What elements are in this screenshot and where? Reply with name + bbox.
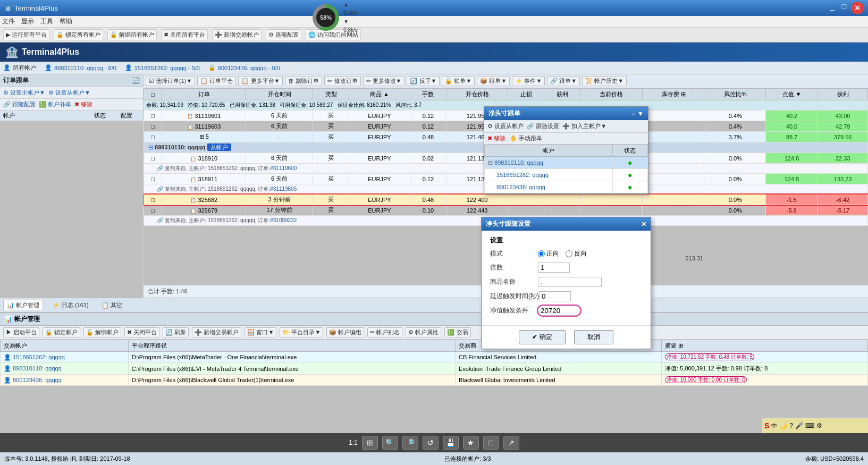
account-row-898310110[interactable]: 👤 898310110: qqqqq C:\Program Files (x86… <box>1 363 868 375</box>
reverse-btn[interactable]: 🔄 反手▼ <box>407 76 440 86</box>
bookmark-btn[interactable]: ★ <box>463 436 479 450</box>
col-summary: 摘要 ⊞ <box>662 340 868 352</box>
np-account-row-1[interactable]: ⊟ 898310110: qqqqq ● <box>485 157 648 169</box>
lock-order-btn[interactable]: 🔒 锁单▼ <box>442 76 475 86</box>
net-panel-minimize-btn[interactable]: – <box>631 110 635 117</box>
tab-other[interactable]: 📋 其它 <box>98 300 125 310</box>
save-btn[interactable]: 💾 <box>443 436 459 450</box>
window-btn[interactable]: 🪟 窗口▼ <box>245 327 276 337</box>
event-btn[interactable]: ⚡ 事件▼ <box>512 76 545 86</box>
maximize-button[interactable]: □ <box>839 2 849 11</box>
col-open-price[interactable]: 开仓价格 <box>446 89 508 100</box>
net-panel-expand-btn[interactable]: ▼ <box>637 110 644 117</box>
tab-account-manager[interactable]: 📊 帐户管理 <box>3 300 43 310</box>
trigger-input[interactable] <box>538 306 580 316</box>
group-order-btn[interactable]: 📦 组单▼ <box>477 76 510 86</box>
col-symbol[interactable]: 商品 ▲ <box>349 89 410 100</box>
tab-account-2[interactable]: 👤 1518651262: qqqqq - 5/0 <box>125 64 200 71</box>
follow-config-btn[interactable]: 🔗 跟随配置 <box>3 100 36 108</box>
remove-panel-btn[interactable]: ✖ 移除 <box>487 134 505 142</box>
order-row-325682[interactable]: □ 📋 325682 3 分钟前 买 EURJPY 0.48 122.400 0… <box>144 195 868 205</box>
col-order[interactable]: 订单 <box>162 89 246 100</box>
col-open-time[interactable]: 开仓时间 <box>246 89 313 100</box>
fit-screen-btn[interactable]: ⊞ <box>362 436 378 450</box>
mode-positive-radio[interactable]: 正向 <box>538 249 559 258</box>
status-bar: 版本号: 3.0.1148, 授权给 IR, 到期日: 2017-09-18 已… <box>0 452 868 465</box>
platform-dir-btn[interactable]: 📁 平台目录▼ <box>280 327 323 337</box>
menu-help[interactable]: 帮助 <box>60 17 72 26</box>
menu-file[interactable]: 文件 <box>2 17 15 26</box>
col-type[interactable]: 类型 <box>313 89 349 100</box>
add-account-btn[interactable]: ➕ 新增交易帐户 <box>192 327 241 337</box>
share-btn[interactable]: ↗ <box>503 436 519 450</box>
refresh-view-btn[interactable]: ↺ <box>423 436 439 450</box>
modify-order-btn[interactable]: ✏ 修改订单 <box>324 76 360 86</box>
account-prop-btn[interactable]: ⚙ 帐户属性 <box>406 327 441 337</box>
settings-close-btn[interactable]: ✕ <box>641 221 646 228</box>
multiplier-input[interactable] <box>538 263 570 273</box>
menu-view[interactable]: 显示 <box>21 17 34 26</box>
account-row-1518651262[interactable]: 👤 1518651262: qqqqq D:\Program Files (x8… <box>1 352 868 363</box>
account-group-btn[interactable]: 📦 帐户编组 <box>326 327 364 337</box>
version-info: 版本号: 3.0.1148, 授权给 IR, 到期日: 2017-09-18 <box>4 455 130 463</box>
unbind-account-btn[interactable]: 🔓 解绑帐户 <box>83 327 121 337</box>
unbind-all-accounts-btn[interactable]: 🔓 解绑所有帐户 <box>107 29 157 40</box>
remove-btn[interactable]: ✖ 移除 <box>74 100 92 108</box>
account-alias-btn[interactable]: ✏ 帐户别名 <box>367 327 402 337</box>
col-tp[interactable]: 获利 <box>544 89 580 100</box>
tab-account-3[interactable]: 🔒 800123436: qqqqq - 0/0 <box>208 64 280 71</box>
order-row-325679[interactable]: □ 📋 325679 17 分钟前 买 EURJPY 0.10 122.443 … <box>144 205 868 216</box>
close-platform-btn[interactable]: ✖ 关闭平台 <box>124 327 159 337</box>
follow-order-btn[interactable]: 🔗 跟单▼ <box>547 76 580 86</box>
np-account-row-2[interactable]: 1518651262: qqqqq ● <box>485 169 648 181</box>
select-order-btn[interactable]: ☑ 选择订单(1)▼ <box>146 76 195 86</box>
np-account-row-3[interactable]: 800123436: qqqqq ● <box>485 181 648 193</box>
settings-panel-header[interactable]: 净头寸跟随设置 ✕ <box>482 217 651 231</box>
col-profit[interactable]: 获利 <box>818 89 868 100</box>
lock-all-accounts-btn[interactable]: 🔒 锁定所有帐户 <box>54 29 103 40</box>
set-main-account-btn[interactable]: ⚙ 设置主帐户▼ <box>3 89 45 97</box>
close-all-platforms-btn[interactable]: ✖ 关闭所有平台 <box>161 29 208 40</box>
follow-settings-btn[interactable]: 🔗 跟随设置 <box>527 122 559 130</box>
confirm-button[interactable]: ✔ 确定 <box>519 330 565 344</box>
cancel-button[interactable]: 取消 <box>574 330 613 344</box>
account-row-800123436[interactable]: 👤 800123436: qqqqq D:\Program Files (x86… <box>1 375 868 386</box>
set-from-account-panel-btn[interactable]: ⚙ 设置从帐户 <box>487 122 524 130</box>
col-current-price[interactable]: 当前价格 <box>580 89 642 100</box>
minimize-button[interactable]: _ <box>828 2 837 11</box>
run-all-platforms-btn[interactable]: ▶ 运行所有平台 <box>3 29 49 40</box>
start-platform-btn[interactable]: ▶ 启动平台 <box>3 327 39 337</box>
manual-follow-btn[interactable]: ✋ 手动跟单 <box>510 134 542 142</box>
zoom-out-btn[interactable]: 🔎 <box>402 436 418 450</box>
mode-negative-radio[interactable]: 反向 <box>566 249 587 258</box>
lock-account-btn[interactable]: 🔒 锁定帐户 <box>43 327 80 337</box>
delete-order-btn[interactable]: 🗑 副除订单 <box>285 76 322 86</box>
trade-btn[interactable]: 💹 交易 <box>444 327 470 337</box>
account-history-btn[interactable]: 📜 帐户历史▼ <box>582 76 627 86</box>
tab-journal[interactable]: ⚡ 日志 (161) <box>49 300 92 310</box>
set-from-account-btn[interactable]: ⚙ 设置从帐户▼ <box>48 89 90 97</box>
tab-all-accounts[interactable]: 👤 所有帐户 <box>3 64 36 72</box>
net-position-header[interactable]: 净头寸跟单 – ▼ <box>484 107 648 120</box>
close-button[interactable]: ✕ <box>851 2 864 14</box>
zoom-in-btn[interactable]: 🔍 <box>382 436 398 450</box>
col-lots[interactable]: 手数 <box>410 89 446 100</box>
refresh-btn[interactable]: 🔄 刷新 <box>163 327 189 337</box>
col-risk[interactable]: 风控比% <box>705 89 766 100</box>
tab-account-1[interactable]: 👤 898310110: qqqqq - 8/0 <box>45 64 116 71</box>
col-points[interactable]: 点值 ▼ <box>765 89 818 100</box>
symbol-input[interactable] <box>538 277 602 287</box>
more-platforms-btn[interactable]: 📋 更多平台▼ <box>238 76 283 86</box>
add-trade-account-btn[interactable]: ➕ 新增交易帐户 <box>212 29 262 40</box>
add-main-account-btn[interactable]: ➕ 加入主帐户▼ <box>562 122 606 130</box>
close-order-btn[interactable]: 📋 订单平仓 <box>197 76 236 86</box>
account-supplement-btn[interactable]: 💹 帐户补单 <box>39 100 71 108</box>
delay-input[interactable] <box>539 291 571 301</box>
trigger-row: 净值触发条件 <box>490 306 642 316</box>
window-view-btn[interactable]: □ <box>483 436 499 450</box>
more-modify-btn[interactable]: ✏ 更多修改▼ <box>363 76 405 86</box>
menu-tools[interactable]: 工具 <box>40 17 53 26</box>
options-config-btn[interactable]: ⚙ 选项配置 <box>266 29 301 40</box>
col-sl[interactable]: 止损 <box>508 89 544 100</box>
col-swap[interactable]: 库存费 ⊞ <box>642 89 705 100</box>
